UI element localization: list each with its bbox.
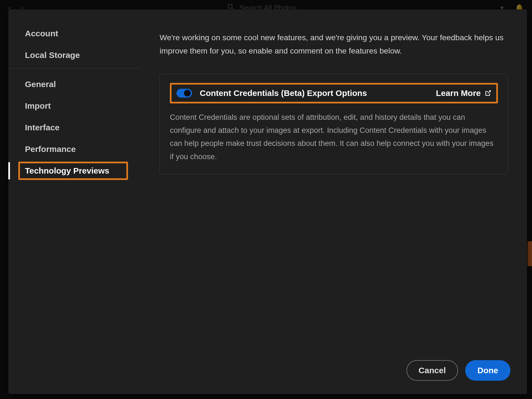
sidebar-item-label: Local Storage	[25, 50, 80, 60]
feature-card-content-credentials: Content Credentials (Beta) Export Option…	[160, 74, 508, 174]
right-accent-indicator	[528, 241, 532, 266]
feature-description: Content Credentials are optional sets of…	[170, 111, 498, 163]
technology-previews-intro: We're working on some cool new features,…	[160, 31, 508, 58]
done-button[interactable]: Done	[465, 360, 510, 381]
sidebar-item-label: General	[25, 80, 56, 89]
sidebar-item-label: Import	[25, 101, 51, 110]
sidebar-item-general[interactable]: General	[8, 73, 141, 95]
cancel-button[interactable]: Cancel	[406, 360, 458, 381]
sidebar-item-interface[interactable]: Interface	[8, 117, 141, 138]
sidebar-item-local-storage[interactable]: Local Storage	[8, 44, 141, 66]
learn-more-link[interactable]: Learn More	[436, 88, 491, 98]
feature-title: Content Credentials (Beta) Export Option…	[200, 88, 367, 98]
preferences-content: We're working on some cool new features,…	[141, 9, 527, 394]
learn-more-label: Learn More	[436, 88, 481, 98]
sidebar-item-label: Performance	[25, 144, 76, 154]
sidebar-item-label: Interface	[25, 123, 60, 132]
sidebar-item-technology-previews[interactable]: Technology Previews	[8, 160, 141, 182]
sidebar-item-label: Technology Previews	[25, 166, 109, 175]
sidebar-item-account[interactable]: Account	[8, 23, 141, 44]
content-credentials-toggle[interactable]	[177, 89, 192, 98]
svg-point-0	[228, 4, 232, 8]
sidebar-item-label: Account	[25, 29, 58, 38]
sidebar-item-import[interactable]: Import	[8, 95, 141, 117]
dialog-footer-buttons: Cancel Done	[406, 360, 510, 381]
sidebar-item-performance[interactable]: Performance	[8, 138, 141, 160]
feature-header-row: Content Credentials (Beta) Export Option…	[170, 83, 498, 103]
preferences-sidebar: Account Local Storage General Import Int…	[8, 9, 141, 394]
external-link-icon	[485, 90, 491, 96]
sidebar-divider	[8, 68, 141, 68]
preferences-dialog: Account Local Storage General Import Int…	[8, 9, 527, 394]
